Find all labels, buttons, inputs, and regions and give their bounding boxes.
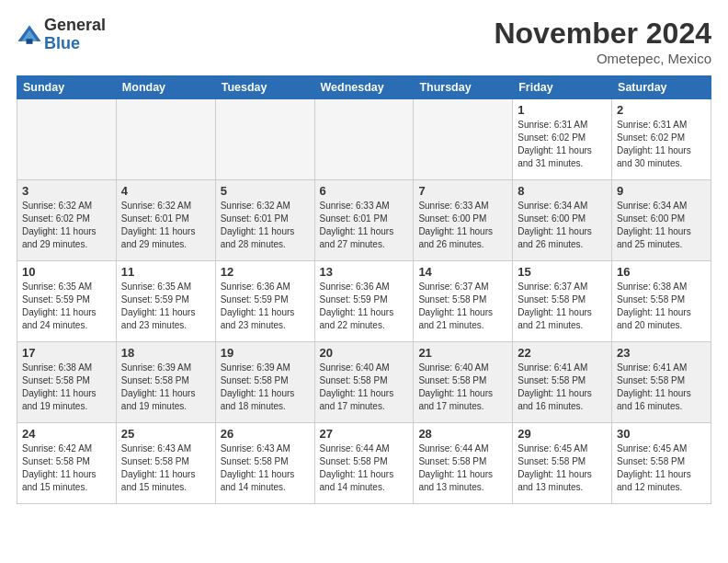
page: General Blue November 2024 Ometepec, Mex… bbox=[0, 0, 728, 563]
day-info: Sunrise: 6:39 AM Sunset: 5:58 PM Dayligh… bbox=[221, 362, 310, 413]
day-info: Sunrise: 6:33 AM Sunset: 6:01 PM Dayligh… bbox=[320, 200, 409, 251]
calendar-cell: 18Sunrise: 6:39 AM Sunset: 5:58 PM Dayli… bbox=[116, 342, 215, 423]
day-number: 17 bbox=[22, 346, 111, 360]
calendar-week-1: 1Sunrise: 6:31 AM Sunset: 6:02 PM Daylig… bbox=[17, 99, 711, 180]
location: Ometepec, Mexico bbox=[494, 51, 711, 66]
day-info: Sunrise: 6:33 AM Sunset: 6:00 PM Dayligh… bbox=[418, 200, 507, 251]
logo-text: General Blue bbox=[44, 17, 106, 53]
day-number: 20 bbox=[320, 346, 409, 360]
calendar-cell: 2Sunrise: 6:31 AM Sunset: 6:02 PM Daylig… bbox=[612, 99, 711, 180]
day-number: 24 bbox=[22, 427, 111, 441]
day-number: 30 bbox=[617, 427, 706, 441]
day-number: 16 bbox=[617, 265, 706, 279]
calendar-cell: 10Sunrise: 6:35 AM Sunset: 5:59 PM Dayli… bbox=[17, 261, 117, 342]
day-number: 18 bbox=[121, 346, 210, 360]
day-info: Sunrise: 6:44 AM Sunset: 5:58 PM Dayligh… bbox=[418, 442, 507, 494]
day-info: Sunrise: 6:31 AM Sunset: 6:02 PM Dayligh… bbox=[617, 119, 706, 170]
day-number: 10 bbox=[22, 265, 111, 279]
day-info: Sunrise: 6:35 AM Sunset: 5:59 PM Dayligh… bbox=[121, 281, 210, 332]
calendar-cell: 3Sunrise: 6:32 AM Sunset: 6:02 PM Daylig… bbox=[17, 180, 117, 261]
day-number: 22 bbox=[518, 346, 607, 360]
col-tuesday: Tuesday bbox=[215, 76, 314, 99]
day-info: Sunrise: 6:36 AM Sunset: 5:59 PM Dayligh… bbox=[221, 281, 310, 332]
header: General Blue November 2024 Ometepec, Mex… bbox=[17, 17, 711, 66]
calendar-cell: 13Sunrise: 6:36 AM Sunset: 5:59 PM Dayli… bbox=[314, 261, 414, 342]
day-number: 11 bbox=[121, 265, 210, 279]
day-number: 21 bbox=[418, 346, 507, 360]
day-number: 19 bbox=[221, 346, 310, 360]
day-info: Sunrise: 6:32 AM Sunset: 6:01 PM Dayligh… bbox=[121, 200, 210, 251]
day-info: Sunrise: 6:31 AM Sunset: 6:02 PM Dayligh… bbox=[518, 119, 607, 170]
col-sunday: Sunday bbox=[17, 76, 117, 99]
day-number: 13 bbox=[320, 265, 409, 279]
calendar-week-3: 10Sunrise: 6:35 AM Sunset: 5:59 PM Dayli… bbox=[17, 261, 711, 342]
col-thursday: Thursday bbox=[414, 76, 513, 99]
calendar-cell bbox=[215, 99, 314, 180]
day-info: Sunrise: 6:34 AM Sunset: 6:00 PM Dayligh… bbox=[617, 200, 706, 251]
day-info: Sunrise: 6:34 AM Sunset: 6:00 PM Dayligh… bbox=[518, 200, 607, 251]
day-info: Sunrise: 6:44 AM Sunset: 5:58 PM Dayligh… bbox=[320, 442, 409, 494]
day-info: Sunrise: 6:38 AM Sunset: 5:58 PM Dayligh… bbox=[22, 362, 111, 413]
logo-blue: Blue bbox=[44, 35, 106, 53]
calendar-cell: 6Sunrise: 6:33 AM Sunset: 6:01 PM Daylig… bbox=[314, 180, 414, 261]
logo-general: General bbox=[44, 17, 106, 35]
col-monday: Monday bbox=[116, 76, 215, 99]
calendar-cell bbox=[414, 99, 513, 180]
calendar-cell: 19Sunrise: 6:39 AM Sunset: 5:58 PM Dayli… bbox=[215, 342, 314, 423]
day-info: Sunrise: 6:42 AM Sunset: 5:58 PM Dayligh… bbox=[22, 442, 111, 494]
calendar-week-2: 3Sunrise: 6:32 AM Sunset: 6:02 PM Daylig… bbox=[17, 180, 711, 261]
svg-rect-2 bbox=[27, 39, 33, 44]
calendar-cell: 23Sunrise: 6:41 AM Sunset: 5:58 PM Dayli… bbox=[612, 342, 711, 423]
col-friday: Friday bbox=[513, 76, 612, 99]
day-number: 15 bbox=[518, 265, 607, 279]
calendar-cell: 9Sunrise: 6:34 AM Sunset: 6:00 PM Daylig… bbox=[612, 180, 711, 261]
calendar-cell: 17Sunrise: 6:38 AM Sunset: 5:58 PM Dayli… bbox=[17, 342, 117, 423]
calendar-cell: 29Sunrise: 6:45 AM Sunset: 5:58 PM Dayli… bbox=[513, 423, 612, 504]
calendar-cell: 1Sunrise: 6:31 AM Sunset: 6:02 PM Daylig… bbox=[513, 99, 612, 180]
calendar-week-5: 24Sunrise: 6:42 AM Sunset: 5:58 PM Dayli… bbox=[17, 423, 711, 504]
logo-icon bbox=[17, 22, 42, 48]
day-info: Sunrise: 6:36 AM Sunset: 5:59 PM Dayligh… bbox=[320, 281, 409, 332]
day-number: 7 bbox=[418, 184, 507, 198]
calendar-cell: 4Sunrise: 6:32 AM Sunset: 6:01 PM Daylig… bbox=[116, 180, 215, 261]
calendar-cell: 22Sunrise: 6:41 AM Sunset: 5:58 PM Dayli… bbox=[513, 342, 612, 423]
calendar-cell: 16Sunrise: 6:38 AM Sunset: 5:58 PM Dayli… bbox=[612, 261, 711, 342]
calendar-cell bbox=[17, 99, 117, 180]
calendar-cell: 27Sunrise: 6:44 AM Sunset: 5:58 PM Dayli… bbox=[314, 423, 414, 504]
day-number: 9 bbox=[617, 184, 706, 198]
day-number: 25 bbox=[121, 427, 210, 441]
calendar-week-4: 17Sunrise: 6:38 AM Sunset: 5:58 PM Dayli… bbox=[17, 342, 711, 423]
month-title: November 2024 bbox=[494, 17, 711, 51]
calendar-cell: 5Sunrise: 6:32 AM Sunset: 6:01 PM Daylig… bbox=[215, 180, 314, 261]
day-number: 1 bbox=[518, 103, 607, 117]
title-area: November 2024 Ometepec, Mexico bbox=[494, 17, 711, 66]
calendar-cell: 7Sunrise: 6:33 AM Sunset: 6:00 PM Daylig… bbox=[414, 180, 513, 261]
day-number: 14 bbox=[418, 265, 507, 279]
day-info: Sunrise: 6:45 AM Sunset: 5:58 PM Dayligh… bbox=[617, 442, 706, 494]
day-info: Sunrise: 6:40 AM Sunset: 5:58 PM Dayligh… bbox=[320, 362, 409, 413]
col-wednesday: Wednesday bbox=[314, 76, 414, 99]
logo: General Blue bbox=[17, 17, 106, 53]
calendar-cell: 14Sunrise: 6:37 AM Sunset: 5:58 PM Dayli… bbox=[414, 261, 513, 342]
calendar-cell bbox=[116, 99, 215, 180]
day-info: Sunrise: 6:38 AM Sunset: 5:58 PM Dayligh… bbox=[617, 281, 706, 332]
day-number: 28 bbox=[418, 427, 507, 441]
day-number: 26 bbox=[221, 427, 310, 441]
calendar-cell: 26Sunrise: 6:43 AM Sunset: 5:58 PM Dayli… bbox=[215, 423, 314, 504]
calendar-cell bbox=[314, 99, 414, 180]
calendar-cell: 25Sunrise: 6:43 AM Sunset: 5:58 PM Dayli… bbox=[116, 423, 215, 504]
day-info: Sunrise: 6:35 AM Sunset: 5:59 PM Dayligh… bbox=[22, 281, 111, 332]
day-info: Sunrise: 6:45 AM Sunset: 5:58 PM Dayligh… bbox=[518, 442, 607, 494]
calendar-header-row: Sunday Monday Tuesday Wednesday Thursday… bbox=[17, 76, 711, 99]
day-info: Sunrise: 6:41 AM Sunset: 5:58 PM Dayligh… bbox=[518, 362, 607, 413]
day-number: 3 bbox=[22, 184, 111, 198]
day-info: Sunrise: 6:43 AM Sunset: 5:58 PM Dayligh… bbox=[221, 442, 310, 494]
calendar-cell: 15Sunrise: 6:37 AM Sunset: 5:58 PM Dayli… bbox=[513, 261, 612, 342]
col-saturday: Saturday bbox=[612, 76, 711, 99]
calendar-cell: 11Sunrise: 6:35 AM Sunset: 5:59 PM Dayli… bbox=[116, 261, 215, 342]
day-number: 8 bbox=[518, 184, 607, 198]
day-info: Sunrise: 6:39 AM Sunset: 5:58 PM Dayligh… bbox=[121, 362, 210, 413]
day-number: 27 bbox=[320, 427, 409, 441]
day-info: Sunrise: 6:37 AM Sunset: 5:58 PM Dayligh… bbox=[418, 281, 507, 332]
day-info: Sunrise: 6:40 AM Sunset: 5:58 PM Dayligh… bbox=[418, 362, 507, 413]
